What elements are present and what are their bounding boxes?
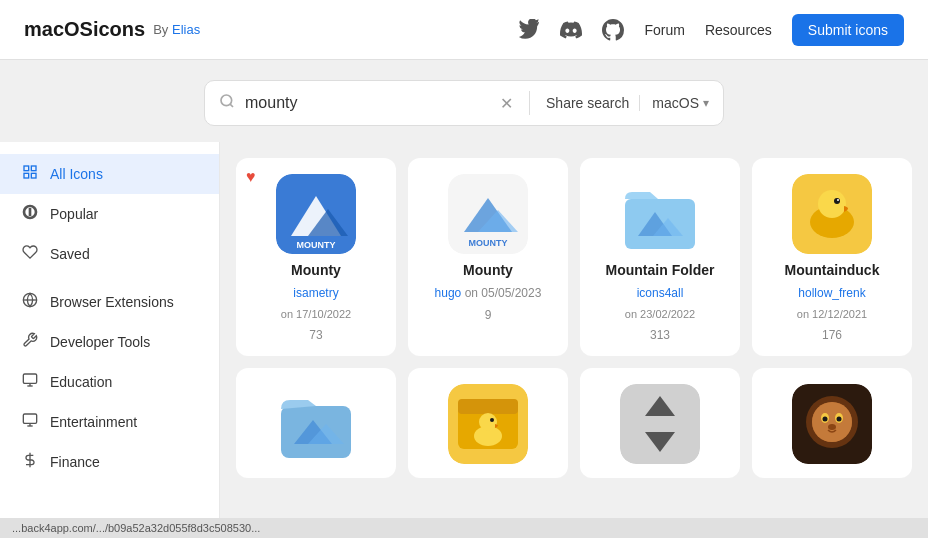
header-right: Forum Resources Submit icons	[518, 14, 904, 46]
favorite-button[interactable]: ♥	[246, 168, 256, 186]
icon-image	[448, 384, 528, 464]
header-left: macOSicons By Elias	[24, 18, 200, 41]
svg-point-50	[837, 417, 842, 422]
search-container: ✕ Share search macOS ▾	[0, 60, 928, 142]
icon-date: on 23/02/2022	[625, 308, 695, 320]
icon-count: 176	[822, 328, 842, 342]
icon-author-prefix: hugo on 05/05/2023	[435, 286, 542, 300]
author-link[interactable]: Elias	[172, 22, 200, 37]
svg-rect-3	[31, 166, 36, 171]
education-icon	[20, 372, 40, 392]
icon-name: Mounty	[291, 262, 341, 278]
icon-card-mountainduck[interactable]: Mountainduck hollow_frenk on 12/12/2021 …	[752, 158, 912, 356]
icon-image	[620, 174, 700, 254]
header: macOSicons By Elias Forum Resources Subm…	[0, 0, 928, 60]
icon-image	[276, 384, 356, 464]
finance-icon	[20, 452, 40, 472]
icon-date: on 12/12/2021	[797, 308, 867, 320]
icon-card-row2-4[interactable]	[752, 368, 912, 478]
resources-link[interactable]: Resources	[705, 22, 772, 38]
main-layout: All Icons Popular Saved Browser Extensio…	[0, 142, 928, 538]
svg-text:MOUNTY: MOUNTY	[297, 240, 336, 250]
sidebar-item-label: Saved	[50, 246, 90, 262]
divider	[529, 91, 530, 115]
submit-icons-button[interactable]: Submit icons	[792, 14, 904, 46]
svg-point-28	[818, 190, 846, 218]
icon-image	[792, 384, 872, 464]
svg-line-1	[230, 104, 233, 107]
svg-point-49	[823, 417, 828, 422]
svg-point-51	[828, 424, 836, 430]
search-icon	[219, 93, 235, 113]
sidebar-item-all-icons[interactable]: All Icons	[0, 154, 219, 194]
svg-point-39	[490, 418, 494, 422]
icon-card-row2-3[interactable]	[580, 368, 740, 478]
twitter-icon[interactable]	[518, 19, 540, 41]
sidebar-item-finance[interactable]: Finance	[0, 442, 219, 482]
sidebar-item-entertainment[interactable]: Entertainment	[0, 402, 219, 442]
icon-card-row2-2[interactable]	[408, 368, 568, 478]
icons-content: ♥ MOUNTY Mounty isametry on 17/10/2022 7…	[220, 142, 928, 538]
icon-name: Mountainduck	[785, 262, 880, 278]
svg-rect-11	[23, 414, 36, 423]
sidebar-item-label: Browser Extensions	[50, 294, 174, 310]
icon-count: 9	[485, 308, 492, 322]
dev-tools-icon	[20, 332, 40, 352]
svg-point-30	[837, 199, 839, 201]
sidebar-item-browser-extensions[interactable]: Browser Extensions	[0, 282, 219, 322]
grid-icon	[20, 164, 40, 184]
logo: macOSicons	[24, 18, 145, 41]
icons-grid: ♥ MOUNTY Mounty isametry on 17/10/2022 7…	[236, 158, 912, 478]
icon-image: MOUNTY	[276, 174, 356, 254]
icon-card-mounty-white[interactable]: MOUNTY Mounty hugo on 05/05/2023 on 05/0…	[408, 158, 568, 356]
svg-rect-8	[23, 374, 36, 383]
clear-icon[interactable]: ✕	[500, 94, 513, 113]
sidebar-item-popular[interactable]: Popular	[0, 194, 219, 234]
svg-text:MOUNTY: MOUNTY	[469, 238, 508, 248]
entertainment-icon	[20, 412, 40, 432]
sidebar-item-label: All Icons	[50, 166, 103, 182]
icon-card-row2-1[interactable]	[236, 368, 396, 478]
status-bar: ...back4app.com/.../b09a52a32d055f8d3c50…	[0, 518, 928, 538]
icon-card-mounty-blue[interactable]: ♥ MOUNTY Mounty isametry on 17/10/2022 7…	[236, 158, 396, 356]
icon-name: Mountain Folder	[606, 262, 715, 278]
icon-card-mountain-folder[interactable]: Mountain Folder icons4all on 23/02/2022 …	[580, 158, 740, 356]
icon-author[interactable]: icons4all	[637, 286, 684, 300]
svg-point-0	[221, 95, 232, 106]
sidebar-item-label: Education	[50, 374, 112, 390]
forum-link[interactable]: Forum	[644, 22, 684, 38]
icon-count: 73	[309, 328, 322, 342]
browser-icon	[20, 292, 40, 312]
sidebar: All Icons Popular Saved Browser Extensio…	[0, 142, 220, 538]
heart-icon	[20, 244, 40, 264]
svg-rect-36	[458, 399, 518, 414]
status-text: ...back4app.com/.../b09a52a32d055f8d3c50…	[12, 522, 260, 534]
sidebar-item-developer-tools[interactable]: Developer Tools	[0, 322, 219, 362]
svg-point-38	[479, 413, 497, 431]
sidebar-item-label: Entertainment	[50, 414, 137, 430]
icon-date: on 17/10/2022	[281, 308, 351, 320]
by-label: By Elias	[153, 22, 200, 37]
discord-icon[interactable]	[560, 19, 582, 41]
sidebar-item-label: Finance	[50, 454, 100, 470]
sidebar-item-education[interactable]: Education	[0, 362, 219, 402]
icon-image	[620, 384, 700, 464]
svg-rect-2	[24, 166, 29, 171]
svg-rect-5	[31, 173, 36, 178]
svg-point-29	[834, 198, 840, 204]
search-input[interactable]	[245, 94, 490, 112]
popular-icon	[20, 204, 40, 224]
chevron-down-icon: ▾	[703, 96, 709, 110]
sidebar-item-saved[interactable]: Saved	[0, 234, 219, 274]
sidebar-item-label: Popular	[50, 206, 98, 222]
sidebar-item-label: Developer Tools	[50, 334, 150, 350]
search-bar: ✕ Share search macOS ▾	[204, 80, 724, 126]
svg-rect-4	[24, 173, 29, 178]
platform-select[interactable]: macOS ▾	[639, 95, 709, 111]
icon-image: MOUNTY	[448, 174, 528, 254]
share-search-button[interactable]: Share search	[546, 95, 629, 111]
icon-author[interactable]: hollow_frenk	[798, 286, 865, 300]
icon-author[interactable]: isametry	[293, 286, 338, 300]
github-icon[interactable]	[602, 19, 624, 41]
icon-author[interactable]: hugo	[435, 286, 462, 300]
